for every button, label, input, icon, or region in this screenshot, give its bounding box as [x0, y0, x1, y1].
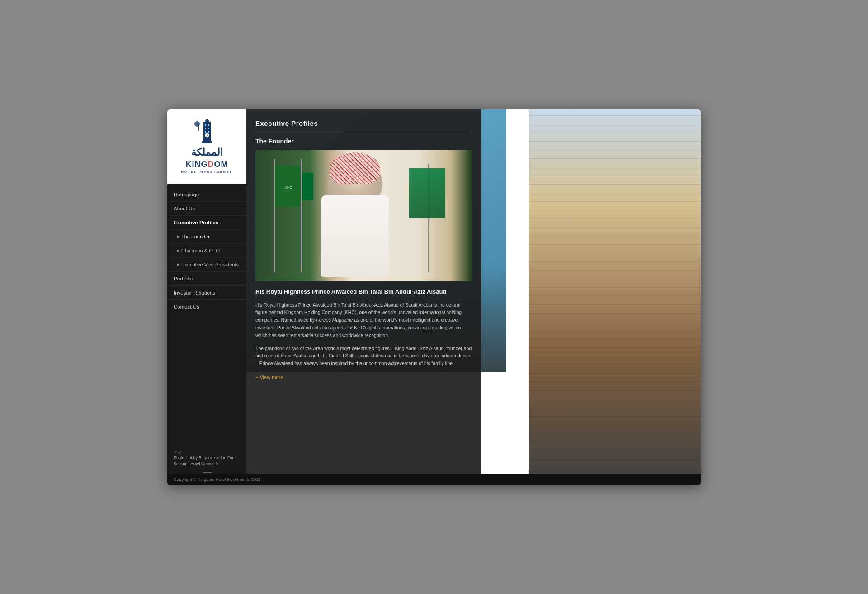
svg-rect-9 [205, 131, 206, 133]
svg-rect-2 [203, 122, 211, 143]
flags-svg: KHC [260, 159, 314, 277]
main-content: Executive Profiles The Founder [246, 109, 701, 485]
nav-portfolio[interactable]: Portfolio [167, 272, 246, 286]
svg-rect-6 [208, 124, 209, 126]
logo-container: المملكة KingDom HOTEL INVESTMENTS [181, 119, 232, 174]
nav-executive-profiles[interactable]: Executive Profiles [167, 216, 246, 230]
nav-chairman-ceo[interactable]: Chairman & CEO [167, 244, 246, 258]
nav-contact-us[interactable]: Contact Us [167, 300, 246, 314]
copyright-text: Copyright © Kingdom Hotel Investments 20… [174, 477, 261, 482]
title-divider [255, 131, 472, 131]
logo-subtitle: HOTEL INVESTMENTS [181, 170, 232, 174]
forbes-italic: Forbes Magazine [316, 317, 353, 323]
caption-line1: Photo: Lobby Entrance at the Four [174, 455, 240, 461]
person-silhouette [314, 159, 414, 281]
logo-area: المملكة KingDom HOTEL INVESTMENTS [167, 109, 246, 184]
founder-paragraph2: The grandson of two of the Arab world's … [255, 345, 472, 367]
svg-rect-18 [301, 159, 302, 272]
copyright-bar: Copyright © Kingdom Hotel Investments 20… [167, 474, 701, 485]
founder-photo: KHC [255, 150, 472, 281]
sidebar: المملكة KingDom HOTEL INVESTMENTS Homepa… [167, 109, 246, 485]
section-title: Executive Profiles [255, 119, 472, 127]
browser-frame: المملكة KingDom HOTEL INVESTMENTS Homepa… [167, 109, 701, 485]
nav-investor-relations[interactable]: Investor Relations [167, 286, 246, 300]
founder-name: His Royal Highness Prince Alwaleed Bin T… [255, 288, 472, 296]
logo-arabic: المملكة [191, 147, 223, 158]
sub-section-title: The Founder [255, 138, 472, 145]
nav-homepage[interactable]: Homepage [167, 188, 246, 202]
svg-rect-4 [206, 119, 208, 121]
body-suit [321, 195, 389, 277]
page-wrapper: المملكة KingDom HOTEL INVESTMENTS Homepa… [167, 109, 701, 485]
svg-rect-19 [302, 173, 313, 200]
svg-text:KHC: KHC [285, 185, 292, 190]
logo-name: KingDom [186, 160, 228, 169]
svg-point-0 [194, 121, 200, 127]
nav-menu: Homepage About Us Executive Profiles The… [167, 184, 246, 485]
svg-rect-5 [205, 124, 206, 126]
nav-executive-vps[interactable]: Executive Vice Presidents [167, 258, 246, 272]
photo-caption: ↗ ↙ Photo: Lobby Entrance at the Four Se… [167, 446, 246, 470]
svg-rect-1 [198, 124, 199, 131]
caption-line2: Seasons Hotel George V [174, 461, 240, 467]
nav-the-founder[interactable]: The Founder [167, 230, 246, 244]
tower-icon [193, 119, 221, 144]
nav-about-us[interactable]: About Us [167, 202, 246, 216]
svg-rect-14 [202, 141, 212, 143]
founder-paragraph1: His Royal Highness Prince Alwaleed Bin T… [255, 301, 472, 339]
svg-rect-8 [208, 128, 209, 129]
view-more-link[interactable]: + View more [255, 375, 283, 380]
founder-photo-inner: KHC [255, 150, 472, 281]
svg-rect-7 [205, 128, 206, 129]
content-panel: Executive Profiles The Founder [246, 109, 481, 485]
svg-rect-15 [274, 159, 275, 272]
svg-rect-10 [208, 131, 209, 133]
